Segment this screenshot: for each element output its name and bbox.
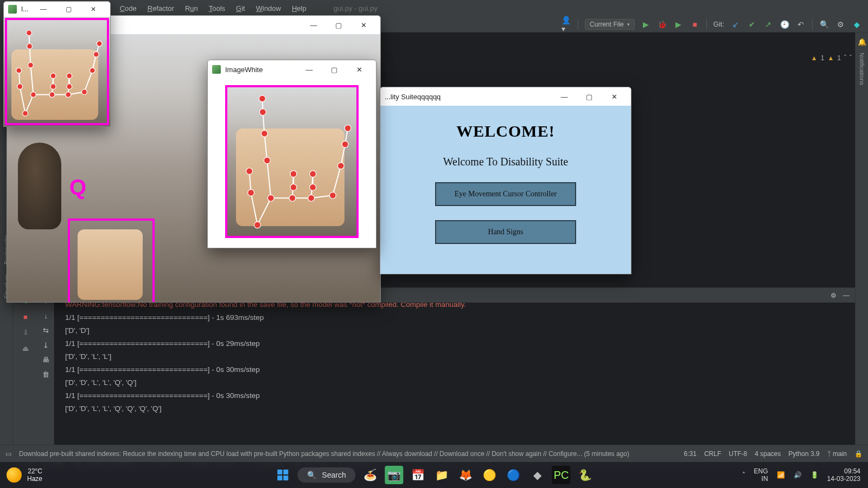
svg-line-35 bbox=[258, 198, 271, 225]
down-icon[interactable]: ↓ bbox=[44, 312, 48, 320]
print-icon[interactable]: 🖶 bbox=[42, 356, 49, 364]
minimize-icon[interactable]: ― bbox=[552, 87, 577, 106]
app-pycharm-icon[interactable]: PC bbox=[552, 466, 571, 484]
menu-code[interactable]: Code bbox=[114, 2, 142, 15]
app-python-icon[interactable]: 🐍 bbox=[576, 466, 595, 484]
run-output[interactable]: WARNING:tensorflow:No training configura… bbox=[38, 294, 855, 457]
git-push-icon[interactable]: ↗ bbox=[763, 20, 773, 29]
app-meet-icon[interactable]: 📷 bbox=[385, 466, 404, 484]
minimize-icon[interactable]: ― bbox=[31, 1, 56, 18]
tray-expand-icon[interactable]: ˄ bbox=[742, 471, 745, 479]
close-icon[interactable]: ✕ bbox=[351, 16, 376, 34]
app-explorer-icon[interactable]: 📁 bbox=[433, 466, 451, 484]
ide-menubar: File Edit View Navigate Code Refactor Ru… bbox=[0, 0, 868, 16]
inspection-down-icon[interactable]: ˇ bbox=[850, 54, 852, 62]
tray-volume-icon[interactable]: 🔊 bbox=[794, 471, 802, 479]
close-icon[interactable]: ✕ bbox=[347, 60, 372, 79]
svg-line-36 bbox=[267, 160, 271, 198]
svg-point-18 bbox=[16, 68, 22, 73]
run-icon[interactable]: ▶ bbox=[641, 20, 651, 29]
start-button[interactable] bbox=[273, 466, 292, 484]
status-indent[interactable]: 4 spaces bbox=[755, 450, 781, 458]
svg-line-3 bbox=[30, 65, 33, 94]
add-user-icon[interactable]: 👤▾ bbox=[561, 20, 571, 29]
search-everywhere-icon[interactable]: 🔍 bbox=[819, 20, 829, 29]
menu-run[interactable]: Run bbox=[180, 2, 203, 15]
run-hide-icon[interactable]: ― bbox=[843, 292, 850, 299]
stop-icon[interactable]: ■ bbox=[690, 20, 700, 29]
tray-clock[interactable]: 09:5414-03-2023 bbox=[827, 467, 860, 483]
code-with-me-icon[interactable]: ◆ bbox=[852, 20, 861, 29]
menu-refactor[interactable]: Refactor bbox=[142, 2, 180, 15]
eye-cursor-button[interactable]: Eye Movement Cursor Controller bbox=[435, 182, 576, 206]
maximize-icon[interactable]: ▢ bbox=[577, 87, 602, 106]
app-chrome-icon[interactable]: 🟡 bbox=[481, 466, 499, 484]
right-gutter: 🔔 Notifications bbox=[855, 33, 868, 455]
minimize-icon[interactable]: ― bbox=[297, 60, 322, 79]
git-history-icon[interactable]: 🕘 bbox=[780, 20, 789, 29]
menu-window[interactable]: Window bbox=[251, 2, 286, 15]
git-commit-icon[interactable]: ✔ bbox=[747, 20, 757, 29]
event-log-icon[interactable]: ▭ bbox=[5, 450, 11, 458]
status-branch[interactable]: ᛘ main bbox=[827, 450, 847, 458]
ide-settings-icon[interactable]: ⚙ bbox=[835, 20, 845, 29]
exit-icon[interactable]: ⏏ bbox=[22, 344, 29, 352]
menu-help[interactable]: Help bbox=[286, 2, 312, 15]
tray-battery-icon[interactable]: 🔋 bbox=[810, 471, 819, 479]
svg-rect-68 bbox=[277, 470, 282, 474]
app-calendar-icon[interactable]: 📅 bbox=[409, 466, 427, 484]
minimize-icon[interactable]: ― bbox=[301, 16, 326, 34]
git-rollback-icon[interactable]: ↶ bbox=[796, 20, 806, 29]
app-food-icon[interactable]: 🍝 bbox=[361, 466, 380, 484]
run-settings-icon[interactable]: ⚙ bbox=[831, 292, 837, 299]
taskbar-search[interactable]: 🔍Search bbox=[297, 467, 355, 483]
svg-point-58 bbox=[289, 195, 296, 201]
preview-title: I... bbox=[21, 5, 28, 13]
maximize-icon[interactable]: ▢ bbox=[322, 60, 347, 79]
pause-icon[interactable]: ⇩ bbox=[23, 329, 29, 337]
tray-wifi-icon[interactable]: 📶 bbox=[777, 471, 785, 479]
notifications-bell-icon[interactable]: 🔔 bbox=[858, 38, 866, 46]
clear-icon[interactable]: 🗑 bbox=[42, 370, 49, 378]
weather-widget[interactable]: 22°CHaze bbox=[0, 467, 42, 483]
status-caret[interactable]: 6:31 bbox=[684, 450, 697, 458]
status-interpreter[interactable]: Python 3.9 bbox=[788, 450, 819, 458]
inspection-up-icon[interactable]: ˆ bbox=[844, 54, 846, 62]
debug-icon[interactable]: 🐞 bbox=[658, 20, 667, 29]
app-edge-icon[interactable]: 🔵 bbox=[505, 466, 523, 484]
app-vscode-icon[interactable]: ◆ bbox=[528, 466, 547, 484]
imagewhite-landmarks bbox=[225, 85, 359, 241]
coverage-icon[interactable]: ▶ bbox=[674, 20, 684, 29]
svg-point-51 bbox=[248, 189, 254, 196]
status-encoding[interactable]: UTF-8 bbox=[729, 450, 747, 458]
warning-icon: ▲ bbox=[811, 54, 818, 62]
status-message[interactable]: Download pre-built shared indexes: Reduc… bbox=[19, 450, 676, 458]
preview-titlebar[interactable]: I... ―▢✕ bbox=[4, 2, 110, 17]
menu-git[interactable]: Git bbox=[231, 2, 251, 15]
close-icon[interactable]: ✕ bbox=[81, 1, 106, 18]
run-panel: ↻ ■ ⇩ ⏏ ↑ ↓ ⇆ ⤓ 🖶 🗑 WARNING:tensorflow:N… bbox=[13, 294, 855, 457]
hand-signs-button[interactable]: Hand Signs bbox=[435, 220, 576, 244]
imagewhite-titlebar[interactable]: ImageWhite ―▢✕ bbox=[208, 60, 376, 79]
inspection-widget[interactable]: ▲1 ▲1 ˆ ˇ bbox=[811, 54, 852, 62]
svg-point-27 bbox=[67, 73, 72, 79]
run-config-selector[interactable]: Current File bbox=[585, 19, 635, 30]
tray-language[interactable]: ENGIN bbox=[754, 467, 768, 483]
close-icon[interactable]: ✕ bbox=[602, 87, 627, 106]
stop-run-icon[interactable]: ■ bbox=[23, 313, 28, 321]
app-firefox-icon[interactable]: 🦊 bbox=[457, 466, 475, 484]
maximize-icon[interactable]: ▢ bbox=[326, 16, 351, 34]
status-lock-icon[interactable]: 🔒 bbox=[854, 450, 863, 458]
status-eol[interactable]: CRLF bbox=[704, 450, 721, 458]
menu-tools[interactable]: Tools bbox=[203, 2, 231, 15]
maximize-icon[interactable]: ▢ bbox=[56, 1, 81, 18]
search-placeholder: Search bbox=[322, 471, 346, 479]
svg-point-24 bbox=[50, 73, 56, 79]
windows-taskbar: 22°CHaze 🔍Search 🍝 📷 📅 📁 🦊 🟡 🔵 ◆ PC 🐍 ˄ … bbox=[0, 462, 868, 488]
softwrap-icon[interactable]: ⇆ bbox=[43, 326, 49, 335]
svg-point-62 bbox=[310, 171, 316, 177]
suite-titlebar[interactable]: ...lity Suiteqqqqqq ―▢✕ bbox=[380, 87, 631, 106]
scroll-end-icon[interactable]: ⤓ bbox=[43, 341, 49, 349]
git-update-icon[interactable]: ↙ bbox=[731, 20, 741, 29]
tool-notifications[interactable]: Notifications bbox=[859, 53, 865, 85]
